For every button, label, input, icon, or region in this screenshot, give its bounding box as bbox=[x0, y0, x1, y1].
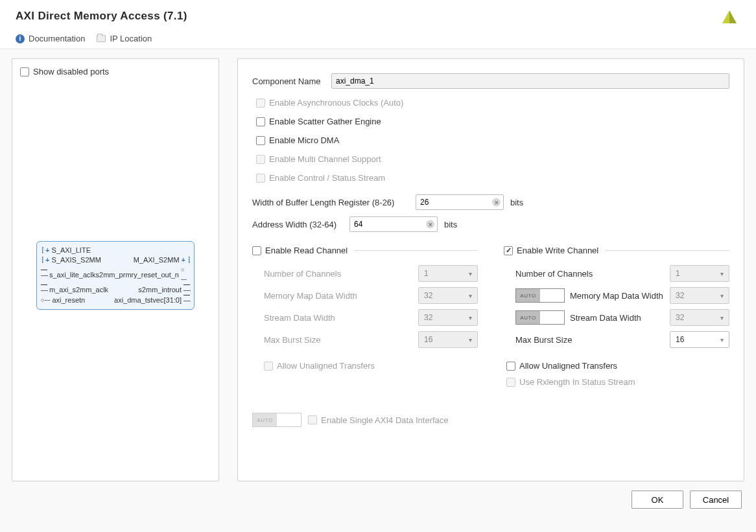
read-num-channels-label: Number of Channels bbox=[264, 269, 413, 279]
enable-write-channel-label: Enable Write Channel bbox=[517, 246, 598, 255]
port-s-axi-lite-aclk: s_axi_lite_aclk bbox=[49, 270, 96, 280]
write-rxlength-checkbox bbox=[506, 378, 515, 387]
enable-micro-dma-label: Enable Micro DMA bbox=[269, 135, 339, 145]
ok-button[interactable]: OK bbox=[632, 491, 683, 509]
address-width-label: Address Width (32-64) bbox=[252, 220, 343, 229]
component-name-label: Component Name bbox=[252, 76, 325, 86]
page-title: AXI Direct Memory Access (7.1) bbox=[16, 10, 187, 23]
write-unaligned-checkbox[interactable] bbox=[506, 362, 515, 371]
enable-ctrl-status-label: Enable Control / Status Stream bbox=[269, 173, 385, 183]
enable-single-axi4-checkbox bbox=[308, 415, 317, 424]
enable-read-channel-checkbox[interactable] bbox=[252, 246, 261, 255]
write-mm-width-select: 32▾ bbox=[670, 287, 729, 304]
address-width-input[interactable] bbox=[349, 216, 438, 232]
config-panel: Component Name Enable Asynchronous Clock… bbox=[237, 58, 744, 481]
read-unaligned-checkbox bbox=[264, 362, 273, 371]
clear-icon[interactable]: ✕ bbox=[426, 220, 434, 229]
component-name-input[interactable] bbox=[331, 73, 729, 89]
port-s2mm-introut: s2mm_introut bbox=[138, 285, 182, 295]
read-stream-width-select: 32▾ bbox=[418, 309, 478, 326]
port-s-axi-lite: S_AXI_LITE bbox=[51, 246, 91, 255]
port-axi-dma-tstvec: axi_dma_tstvec[31:0] bbox=[114, 295, 182, 305]
port-s-axis-s2mm: S_AXIS_S2MM bbox=[51, 255, 100, 265]
enable-single-axi4-label: Enable Single AXI4 Data Interface bbox=[321, 415, 449, 425]
port-s2mm-prmry-reset: s2mm_prmry_reset_out_n bbox=[96, 270, 179, 280]
write-stream-width-label: Stream Data Width bbox=[570, 313, 665, 323]
cancel-button[interactable]: Cancel bbox=[690, 491, 742, 509]
clear-icon[interactable]: ✕ bbox=[492, 198, 501, 207]
write-num-channels-label: Number of Channels bbox=[515, 269, 665, 279]
ip-location-link[interactable]: IP Location bbox=[97, 34, 152, 43]
read-mm-width-select: 32▾ bbox=[418, 287, 478, 304]
single-axi4-auto-toggle: AUTO bbox=[252, 413, 301, 427]
enable-write-channel-checkbox[interactable] bbox=[504, 246, 513, 255]
write-stream-width-auto-toggle[interactable]: AUTO bbox=[515, 310, 565, 325]
xilinx-logo-icon bbox=[718, 6, 740, 26]
enable-async-clocks-label: Enable Asynchronous Clocks (Auto) bbox=[269, 98, 403, 108]
ip-location-label: IP Location bbox=[110, 34, 152, 43]
buffer-length-label: Width of Buffer Length Register (8-26) bbox=[252, 198, 409, 207]
port-m-axi-s2mm: M_AXI_S2MM bbox=[134, 255, 180, 265]
bits-label-2: bits bbox=[444, 220, 457, 229]
enable-scatter-gather-checkbox[interactable] bbox=[256, 117, 265, 126]
read-stream-width-label: Stream Data Width bbox=[264, 313, 413, 323]
ip-block-symbol: ┇+S_AXI_LITE ┇+S_AXIS_S2MM M_AXI_S2MM+┇ … bbox=[36, 241, 195, 310]
enable-ctrl-status-checkbox bbox=[256, 174, 265, 183]
write-unaligned-label: Allow Unaligned Transfers bbox=[519, 361, 617, 371]
read-max-burst-label: Max Burst Size bbox=[264, 335, 413, 345]
info-icon: i bbox=[16, 34, 25, 43]
preview-panel: Show disabled ports ┇+S_AXI_LITE ┇+S_AXI… bbox=[12, 58, 219, 481]
port-axi-resetn: axi_resetn bbox=[52, 295, 85, 305]
show-disabled-ports-label: Show disabled ports bbox=[33, 67, 109, 76]
bits-label: bits bbox=[510, 198, 523, 207]
read-max-burst-select: 16▾ bbox=[418, 331, 478, 348]
enable-read-channel-label: Enable Read Channel bbox=[265, 246, 348, 255]
write-num-channels-select: 1▾ bbox=[670, 265, 729, 282]
write-mm-width-auto-toggle[interactable]: AUTO bbox=[515, 288, 565, 303]
write-stream-width-select: 32▾ bbox=[670, 309, 729, 326]
enable-micro-dma-checkbox[interactable] bbox=[256, 136, 265, 145]
enable-scatter-gather-label: Enable Scatter Gather Engine bbox=[269, 117, 381, 126]
buffer-length-input[interactable] bbox=[416, 194, 504, 210]
enable-multi-channel-checkbox bbox=[256, 155, 265, 164]
enable-multi-channel-label: Enable Multi Channel Support bbox=[269, 154, 381, 164]
write-mm-width-label: Memory Map Data Width bbox=[570, 291, 665, 301]
read-mm-width-label: Memory Map Data Width bbox=[264, 291, 413, 301]
documentation-link[interactable]: i Documentation bbox=[16, 34, 85, 43]
read-num-channels-select: 1▾ bbox=[418, 265, 478, 282]
write-max-burst-select[interactable]: 16▾ bbox=[670, 331, 729, 348]
write-rxlength-label: Use Rxlength In Status Stream bbox=[519, 377, 635, 387]
folder-icon bbox=[97, 35, 106, 42]
port-m-axi-s2mm-aclk: m_axi_s2mm_aclk bbox=[49, 285, 108, 295]
enable-async-clocks-checkbox bbox=[256, 98, 265, 108]
read-unaligned-label: Allow Unaligned Transfers bbox=[277, 361, 375, 371]
documentation-label: Documentation bbox=[29, 34, 85, 43]
write-max-burst-label: Max Burst Size bbox=[515, 335, 665, 345]
show-disabled-ports-checkbox[interactable] bbox=[20, 67, 29, 76]
